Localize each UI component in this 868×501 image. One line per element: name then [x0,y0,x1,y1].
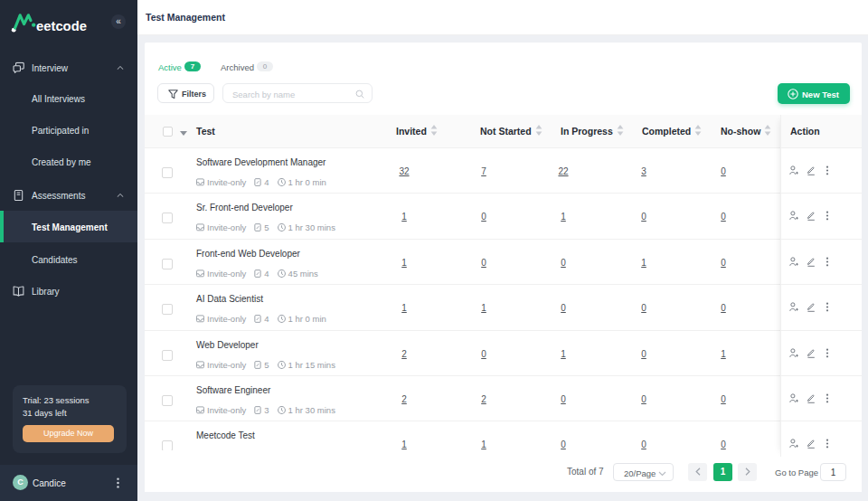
svg-text:eetcode: eetcode [36,19,87,33]
